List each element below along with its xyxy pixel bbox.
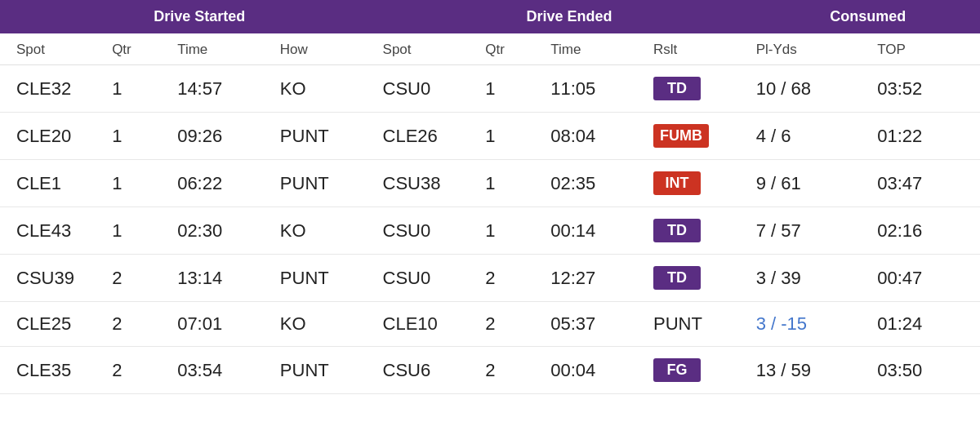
- subheader-spot-end: Spot: [383, 33, 486, 65]
- spot-start: CLE20: [0, 113, 112, 160]
- plyds-value: 9 / 61: [756, 173, 801, 193]
- qtr-end: 2: [485, 347, 550, 394]
- how: PUNT: [280, 255, 383, 302]
- top-value: 03:52: [877, 65, 980, 113]
- spot-end: CSU0: [383, 255, 486, 302]
- how: PUNT: [280, 347, 383, 394]
- plyds-cell: 3 / 39: [756, 255, 878, 302]
- subheader-rslt: Rslt: [653, 33, 756, 65]
- time-start: 07:01: [177, 302, 280, 347]
- qtr-start: 2: [112, 347, 177, 394]
- spot-end: CLE26: [383, 113, 486, 160]
- rslt-cell: TD: [653, 255, 756, 302]
- subheader-plyds: Pl-Yds: [756, 33, 878, 65]
- spot-end: CSU6: [383, 347, 486, 394]
- time-end: 12:27: [550, 255, 653, 302]
- drive-summary-table: Drive Started Drive Ended Consumed Spot …: [0, 0, 980, 394]
- time-end: 00:14: [550, 207, 653, 255]
- subheader-spot-start: Spot: [0, 33, 112, 65]
- result-text: PUNT: [653, 313, 702, 334]
- plyds-value: 10 / 68: [756, 78, 811, 99]
- subheader-qtr-end: Qtr: [485, 33, 550, 65]
- qtr-end: 2: [485, 255, 550, 302]
- time-start: 09:26: [177, 113, 280, 160]
- time-end: 02:35: [550, 160, 653, 207]
- plyds-value: 13 / 59: [756, 360, 811, 380]
- result-badge: TD: [653, 219, 701, 242]
- top-value: 01:22: [877, 113, 980, 160]
- result-badge: TD: [653, 266, 701, 290]
- spot-start: CLE32: [0, 65, 112, 113]
- plyds-cell: 10 / 68: [756, 65, 878, 113]
- qtr-end: 1: [485, 113, 550, 160]
- qtr-end: 2: [485, 302, 550, 347]
- table-row: CLE25 2 07:01 KO CLE10 2 05:37 PUNT 3 / …: [0, 302, 980, 347]
- result-badge: FUMB: [653, 124, 709, 148]
- how: KO: [280, 65, 383, 113]
- time-end: 05:37: [550, 302, 653, 347]
- qtr-start: 2: [112, 255, 177, 302]
- plyds-cell: 3 / -15: [756, 302, 878, 347]
- spot-start: CLE1: [0, 160, 112, 207]
- qtr-end: 1: [485, 65, 550, 113]
- spot-start: CLE43: [0, 207, 112, 255]
- subheader-top: TOP: [877, 33, 980, 65]
- qtr-start: 1: [112, 65, 177, 113]
- plyds-cell: 4 / 6: [756, 113, 878, 160]
- qtr-start: 1: [112, 207, 177, 255]
- subheader-qtr-start: Qtr: [112, 33, 177, 65]
- top-value: 02:16: [877, 207, 980, 255]
- how: KO: [280, 302, 383, 347]
- spot-end: CSU38: [383, 160, 486, 207]
- qtr-start: 1: [112, 160, 177, 207]
- time-end: 00:04: [550, 347, 653, 394]
- plyds-cell: 9 / 61: [756, 160, 878, 207]
- spot-start: CLE25: [0, 302, 112, 347]
- table-row: CLE20 1 09:26 PUNT CLE26 1 08:04 FUMB 4 …: [0, 113, 980, 160]
- table-row: CLE35 2 03:54 PUNT CSU6 2 00:04 FG 13 / …: [0, 347, 980, 394]
- table-row: CSU39 2 13:14 PUNT CSU0 2 12:27 TD 3 / 3…: [0, 255, 980, 302]
- time-end: 11:05: [550, 65, 653, 113]
- rslt-cell: FG: [653, 347, 756, 394]
- drive-ended-header: Drive Ended: [383, 0, 756, 33]
- how: KO: [280, 207, 383, 255]
- plyds-value: 7 / 57: [756, 220, 801, 241]
- top-value: 03:47: [877, 160, 980, 207]
- subheader-time-start: Time: [177, 33, 280, 65]
- table-row: CLE43 1 02:30 KO CSU0 1 00:14 TD 7 / 57 …: [0, 207, 980, 255]
- plyds-cell: 13 / 59: [756, 347, 878, 394]
- spot-start: CLE35: [0, 347, 112, 394]
- table-row: CLE32 1 14:57 KO CSU0 1 11:05 TD 10 / 68…: [0, 65, 980, 113]
- spot-end: CLE10: [383, 302, 486, 347]
- time-start: 06:22: [177, 160, 280, 207]
- qtr-end: 1: [485, 160, 550, 207]
- rslt-cell: FUMB: [653, 113, 756, 160]
- rslt-cell: TD: [653, 65, 756, 113]
- plyds-value: 3 / 39: [756, 268, 801, 288]
- top-value: 03:50: [877, 347, 980, 394]
- result-badge: INT: [653, 171, 701, 195]
- time-end: 08:04: [550, 113, 653, 160]
- spot-end: CSU0: [383, 207, 486, 255]
- plyds-link[interactable]: 3 / -15: [756, 313, 807, 334]
- subheader-how: How: [280, 33, 383, 65]
- spot-end: CSU0: [383, 65, 486, 113]
- top-value: 01:24: [877, 302, 980, 347]
- rslt-cell: PUNT: [653, 302, 756, 347]
- result-badge: FG: [653, 358, 701, 382]
- qtr-end: 1: [485, 207, 550, 255]
- result-badge: TD: [653, 77, 701, 100]
- how: PUNT: [280, 160, 383, 207]
- rslt-cell: INT: [653, 160, 756, 207]
- time-start: 02:30: [177, 207, 280, 255]
- table-row: CLE1 1 06:22 PUNT CSU38 1 02:35 INT 9 / …: [0, 160, 980, 207]
- qtr-start: 1: [112, 113, 177, 160]
- plyds-value: 4 / 6: [756, 126, 791, 146]
- consumed-header: Consumed: [756, 0, 980, 33]
- how: PUNT: [280, 113, 383, 160]
- subheader-time-end: Time: [550, 33, 653, 65]
- top-value: 00:47: [877, 255, 980, 302]
- time-start: 13:14: [177, 255, 280, 302]
- drive-started-header: Drive Started: [0, 0, 383, 33]
- time-start: 14:57: [177, 65, 280, 113]
